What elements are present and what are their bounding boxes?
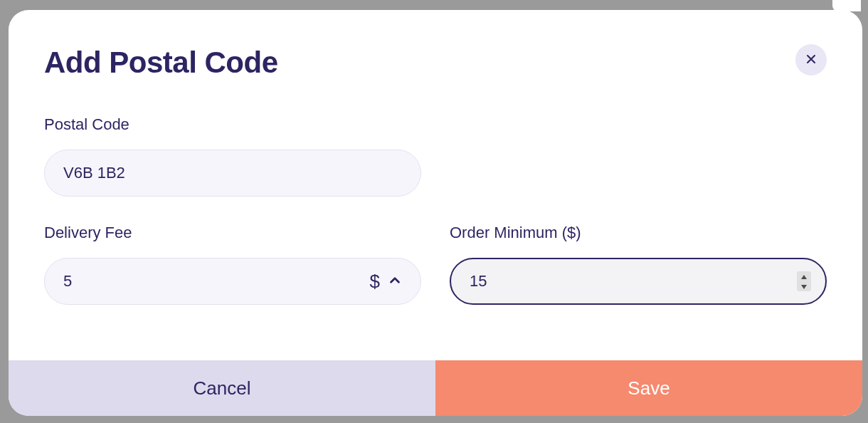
order-minimum-group: Order Minimum ($)	[450, 224, 827, 305]
postal-code-input[interactable]	[44, 150, 421, 197]
spinner-up-button[interactable]	[797, 271, 811, 281]
modal-body: Postal Code Delivery Fee $	[9, 80, 862, 360]
caret-down-icon	[800, 281, 808, 292]
order-minimum-label: Order Minimum ($)	[450, 224, 827, 242]
number-spinner	[797, 271, 811, 291]
modal-header: Add Postal Code	[9, 10, 862, 80]
close-button[interactable]	[795, 44, 827, 75]
delivery-fee-input[interactable]	[44, 258, 421, 305]
delivery-fee-suffix: $	[370, 271, 403, 293]
modal-title: Add Postal Code	[44, 46, 278, 80]
cancel-button[interactable]: Cancel	[9, 360, 435, 416]
close-icon	[804, 52, 818, 68]
delivery-fee-group: Delivery Fee $	[44, 224, 421, 305]
chevron-up-icon[interactable]	[387, 272, 403, 291]
spinner-down-button[interactable]	[797, 281, 811, 291]
delivery-fee-label: Delivery Fee	[44, 224, 421, 242]
order-minimum-input-wrapper[interactable]	[450, 258, 827, 305]
postal-code-label: Postal Code	[44, 115, 421, 134]
postal-code-group: Postal Code	[44, 115, 421, 197]
delivery-fee-input-wrapper: $	[44, 258, 421, 305]
form-row: Delivery Fee $ Order Minimum ($)	[44, 224, 827, 332]
dollar-icon: $	[370, 271, 380, 293]
modal-footer: Cancel Save	[9, 360, 862, 416]
caret-up-icon	[800, 271, 808, 282]
add-postal-code-modal: Add Postal Code Postal Code Delivery Fee…	[9, 10, 862, 416]
order-minimum-input[interactable]	[470, 272, 807, 291]
save-button[interactable]: Save	[435, 360, 862, 416]
